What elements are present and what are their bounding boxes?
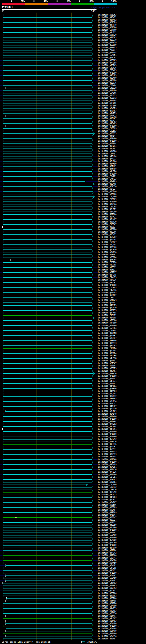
hit-label[interactable]: UniRef100_C6LRD5 xyxy=(98,287,117,289)
hit-label[interactable]: UniRef100_UPI000.. xyxy=(98,431,119,433)
hit-label[interactable]: UniRef100_A9NPT9 xyxy=(98,112,117,114)
hit-label[interactable]: UniRef100_C4Y4R3 xyxy=(98,582,117,584)
hit-label[interactable]: UniRef100_B4LTR0 xyxy=(98,526,117,529)
hit-label[interactable]: UniRef100_Q75CY7 xyxy=(98,514,117,516)
hit-label[interactable]: UniRef100_A6YM93 xyxy=(98,620,117,622)
hit-label[interactable]: UniRef100_Q6BVL2 xyxy=(98,595,117,597)
hit-label[interactable]: UniRef100_B3NEI2 xyxy=(98,395,117,397)
hit-label[interactable]: UniRef100_B4QLV8 xyxy=(98,393,117,395)
hit-label[interactable]: UniRef100_C1GRA7 xyxy=(98,224,117,226)
hit-label[interactable]: UniRef100_Q90YV9 xyxy=(98,464,117,466)
hit-label[interactable]: UniRef100_B0Z9L4 xyxy=(98,142,117,144)
hit-label[interactable]: UniRef100_Q9FUN3 xyxy=(98,74,117,76)
hit-label[interactable]: UniRef100_B3RMZ0 xyxy=(98,246,117,248)
hit-label[interactable]: UniRef100_Q5UAT0 xyxy=(98,307,117,309)
hit-label[interactable]: UniRef100_Q5G584 xyxy=(98,239,117,241)
hit-label[interactable]: UniRef100_Q2GYI2 xyxy=(98,234,117,236)
hit-label[interactable]: UniRef100_C6SVF4 xyxy=(98,84,117,86)
hit-label[interactable]: UniRef100_C4J938 xyxy=(98,87,117,89)
hit-label[interactable]: UniRef100_C3Z7J3 xyxy=(98,297,117,299)
hit-label[interactable]: UniRef100_C9S583 xyxy=(98,130,117,132)
hit-label[interactable]: UniRef100_A8CAF4 xyxy=(98,426,117,428)
hit-label[interactable]: UniRef100_B3LHL7 xyxy=(98,148,117,150)
hit-label[interactable]: UniRef100_Q29CT9 xyxy=(98,408,117,410)
hit-label[interactable]: UniRef100_P45633 xyxy=(98,94,117,97)
hit-label[interactable]: UniRef100_UPI000.. xyxy=(98,325,119,327)
hit-label[interactable]: UniRef100_C5DX59 xyxy=(98,577,117,579)
hit-label[interactable]: UniRef100_A4H3Y8 xyxy=(98,357,117,359)
hit-label[interactable]: UniRef100_A4R7V9 xyxy=(98,211,117,213)
hit-label[interactable]: UniRef100_UPI000.. xyxy=(98,474,119,476)
hit-label[interactable]: UniRef100_UPI000.. xyxy=(98,72,119,74)
hit-label[interactable]: UniRef100_Q6CRX7 xyxy=(98,590,117,592)
hit-label[interactable]: UniRef100_A8BM86 xyxy=(98,340,117,342)
hit-label[interactable]: UniRef100_B8AYH0 xyxy=(98,138,117,140)
hit-label[interactable]: UniRef100_A8NCY6 xyxy=(98,251,117,253)
hit-label[interactable]: UniRef100_C0S220 xyxy=(98,261,117,264)
hit-label[interactable]: UniRef100_A9PGG5 xyxy=(98,102,117,104)
hit-label[interactable]: UniRef100_B9W733 xyxy=(98,608,117,610)
hit-label[interactable]: UniRef100_B2B837 xyxy=(98,226,117,228)
hit-label[interactable]: UniRef100_Q08770 xyxy=(98,39,117,41)
hit-label[interactable]: UniRef100_B4JHQ7 xyxy=(98,405,117,407)
hit-label[interactable]: UniRef100_B0FXJ4 xyxy=(98,216,117,218)
hit-label[interactable]: UniRef100_C1C0N4 xyxy=(98,347,117,349)
hit-label[interactable]: UniRef100_Q4N644 xyxy=(98,135,117,137)
hit-label[interactable]: UniRef100_UPI000.. xyxy=(98,173,119,175)
hit-label[interactable]: UniRef100_A6R237 xyxy=(98,188,117,190)
hit-label[interactable]: UniRef100_C7YRZ3 xyxy=(98,178,117,180)
hit-label[interactable]: UniRef100_UPI000.. xyxy=(98,213,119,216)
hit-label[interactable]: UniRef100_B6AJ76 xyxy=(98,186,117,188)
hit-label[interactable]: UniRef100_A2I3W7 xyxy=(98,362,117,364)
hit-label[interactable]: UniRef100_B4MCB4 xyxy=(98,385,117,387)
hit-label[interactable]: UniRef100_Q6FLX0 xyxy=(98,547,117,549)
hit-label[interactable]: UniRef100_B4FPT8 xyxy=(98,24,117,26)
hit-label[interactable]: UniRef100_A6YM96 xyxy=(98,635,117,637)
hit-label[interactable]: UniRef100_Q2TZP5 xyxy=(98,292,117,294)
hit-label[interactable]: UniRef100_C1BZJ6 xyxy=(98,489,117,491)
hit-label[interactable]: UniRef100_Q5CWQ2 xyxy=(98,236,117,238)
hit-label[interactable]: UniRef100_Q95P53 xyxy=(98,309,117,312)
hit-label[interactable]: UniRef100_A8PTY7 xyxy=(98,272,117,274)
hit-label[interactable]: UniRef100_Q86QS5 xyxy=(98,345,117,347)
hit-label[interactable]: UniRef100_Q86E46 xyxy=(98,190,117,192)
hit-label[interactable]: UniRef100_Q4R4D3 xyxy=(98,496,117,498)
hit-label[interactable]: UniRef100_B2YI31 xyxy=(98,269,117,271)
hit-label[interactable]: UniRef100_C4Q0N9 xyxy=(98,196,117,198)
hit-label[interactable]: UniRef100_A6YMA0 xyxy=(98,630,117,632)
hit-label[interactable]: UniRef100_A9TWJ0 xyxy=(98,34,117,36)
hit-label[interactable]: UniRef100_A1CSY1 xyxy=(98,266,117,268)
hit-label[interactable]: UniRef100_A5DD16 xyxy=(98,612,117,614)
hit-label[interactable]: UniRef100_UPI000.. xyxy=(98,418,119,420)
hit-label[interactable]: UniRef100_Q0ITS8 xyxy=(98,52,117,54)
hit-label[interactable]: UniRef100_B5X6D3 xyxy=(98,478,117,481)
hit-label[interactable]: UniRef100_A8WN59 xyxy=(98,562,117,564)
hit-label[interactable]: UniRef100_C4Q0P0 xyxy=(98,484,117,486)
hit-label[interactable]: UniRef100_UPI000.. xyxy=(98,544,119,546)
hit-label[interactable]: UniRef100_C5PHF4 xyxy=(98,327,117,329)
hit-label[interactable]: UniRef100_A6YMA7 xyxy=(98,615,117,617)
hit-label[interactable]: UniRef100_A6YM91 xyxy=(98,564,117,566)
hit-label[interactable]: UniRef100_Q0C8X9 xyxy=(98,249,117,251)
hit-label[interactable]: UniRef100_Q2TBW8 xyxy=(98,458,117,460)
hit-label[interactable]: UniRef100_Q9P769 xyxy=(98,512,117,514)
hit-label[interactable]: UniRef100_Q9SPB3 xyxy=(98,110,117,112)
hit-label[interactable]: UniRef100_A9Z0M7 xyxy=(98,532,117,534)
hit-label[interactable]: UniRef100_A9LSA7 xyxy=(98,337,117,339)
hit-label[interactable]: UniRef100_B6H8E2 xyxy=(98,208,117,210)
hit-label[interactable]: UniRef100_A7TZ43 xyxy=(98,299,117,301)
hit-label[interactable]: UniRef100_B2KIJ6 xyxy=(98,441,117,443)
hit-label[interactable]: UniRef100_B6TAQ2 xyxy=(98,19,117,21)
hit-label[interactable]: UniRef100_A9NPP8 xyxy=(98,100,117,102)
hit-label[interactable]: UniRef100_O22431 xyxy=(98,120,117,122)
hit-label[interactable]: UniRef100_UPI000.. xyxy=(98,632,119,635)
hit-label[interactable]: UniRef100_C5X1M6 xyxy=(98,92,117,94)
hit-label[interactable]: UniRef100_C6SWZ6 xyxy=(98,67,117,69)
hit-label[interactable]: UniRef100_Q4YP98 xyxy=(98,168,117,170)
hit-label[interactable]: UniRef100_B8XW76 xyxy=(98,372,117,375)
hit-label[interactable]: UniRef100_Q6LCG6 xyxy=(98,160,117,162)
hit-label[interactable]: UniRef100_Q7PQZ6 xyxy=(98,471,117,473)
hit-label[interactable]: UniRef100_A6YMA8 xyxy=(98,628,117,630)
hit-label[interactable]: UniRef100_A9RQA3 xyxy=(98,36,117,38)
hit-label[interactable]: UniRef100_Q9N9V3 xyxy=(98,378,117,380)
